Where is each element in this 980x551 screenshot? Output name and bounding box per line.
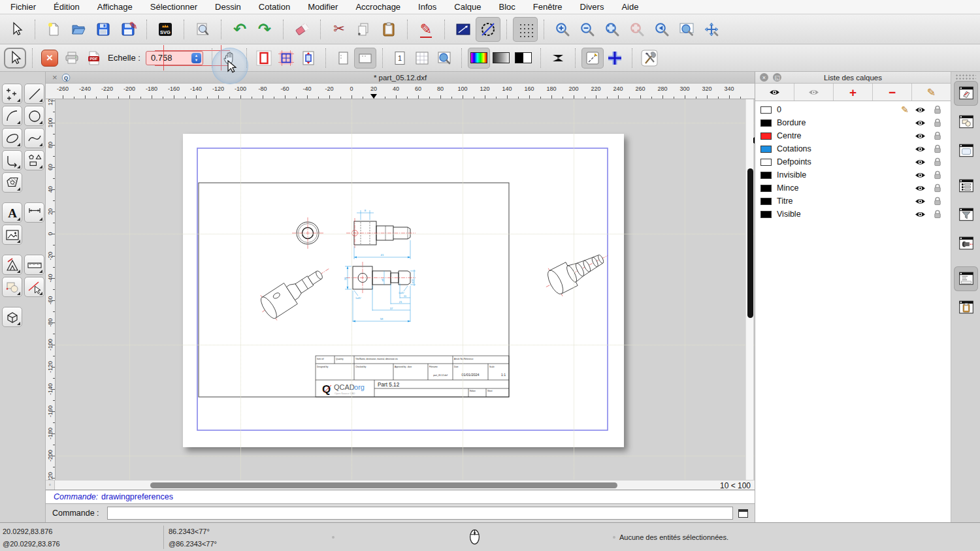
zoom-to-page-button[interactable] <box>433 48 455 69</box>
line-tool-button[interactable] <box>24 84 44 104</box>
open-drawing-button[interactable] <box>66 17 91 42</box>
draw-pencil-button[interactable]: ✎ <box>414 17 438 42</box>
layer-lock-icon[interactable] <box>934 210 941 219</box>
menu-fichier[interactable]: Fichier <box>10 2 36 12</box>
panel-close-icon[interactable]: × <box>760 73 768 82</box>
panel-detach-icon[interactable]: ◱ <box>773 73 781 82</box>
save-as-button[interactable]: ✎ <box>116 17 140 42</box>
arc-tool-button[interactable] <box>2 106 22 126</box>
menu-infos[interactable]: Infos <box>418 2 436 12</box>
layer-lock-icon[interactable] <box>934 105 941 114</box>
stepper-down-icon[interactable]: ▼ <box>195 58 198 62</box>
add-layer-button[interactable]: + <box>834 84 873 101</box>
pdf-export-button[interactable]: PDF <box>83 48 105 69</box>
paper-border-button[interactable] <box>253 48 275 69</box>
zoom-out-button[interactable] <box>575 17 600 42</box>
circle-tool-button[interactable] <box>24 106 44 126</box>
layer-visibility-icon[interactable] <box>915 210 926 219</box>
vertical-scrollbar[interactable] <box>745 99 753 480</box>
cut-button[interactable]: ✂ <box>327 17 351 42</box>
page-layout-button[interactable] <box>275 48 297 69</box>
selection-tool-button[interactable] <box>4 48 26 69</box>
text-tool-button[interactable]: A <box>2 202 22 223</box>
menu-selectionner[interactable]: Sélectionner <box>150 2 197 12</box>
save-button[interactable] <box>91 17 116 42</box>
draft-mode-button[interactable] <box>581 48 604 69</box>
grayscale-mode-button[interactable] <box>490 48 512 69</box>
layer-lock-icon[interactable] <box>934 157 941 166</box>
multi-page-button[interactable] <box>411 48 433 69</box>
zoom-window-button[interactable] <box>674 17 699 42</box>
selection-filter-panel-button[interactable] <box>954 202 978 227</box>
command-input[interactable] <box>107 507 733 520</box>
layer-visibility-icon[interactable] <box>915 158 926 166</box>
layer-row-titre[interactable]: Titre <box>755 195 951 208</box>
point-tool-button[interactable] <box>2 84 22 104</box>
layer-row-defpoints[interactable]: Defpoints <box>755 155 951 168</box>
layer-lock-icon[interactable] <box>934 170 941 180</box>
ellipse-tool-button[interactable] <box>2 128 22 148</box>
undo-button[interactable]: ↶ <box>227 17 252 42</box>
menu-divers[interactable]: Divers <box>580 2 604 12</box>
dock-grip[interactable] <box>955 74 976 80</box>
clipboard-panel-button[interactable] <box>954 295 978 320</box>
fit-to-page-button[interactable] <box>297 48 319 69</box>
hatch-tool-button[interactable] <box>2 172 22 193</box>
layer-row-0[interactable]: 0✎ <box>755 103 951 116</box>
redo-button[interactable]: ↷ <box>252 17 277 42</box>
print-button[interactable] <box>61 48 83 69</box>
menu-bloc[interactable]: Bloc <box>498 2 515 12</box>
draft-tools-button[interactable] <box>2 255 22 275</box>
vertical-scrollbar-thumb[interactable] <box>747 168 753 318</box>
remove-layer-button[interactable]: − <box>873 84 912 101</box>
layer-visibility-icon[interactable] <box>915 106 926 114</box>
portrait-orientation-button[interactable] <box>332 48 354 69</box>
viewport-panel-button[interactable] <box>954 231 978 256</box>
landscape-orientation-button[interactable] <box>354 48 376 69</box>
copy-button[interactable] <box>351 17 376 42</box>
document-tab-title[interactable]: * part_05.12.dxf <box>46 74 755 82</box>
pan-button[interactable] <box>699 17 724 42</box>
drawing-canvas[interactable]: 120100806040200-20-40-60-80-100-120-140-… <box>46 99 755 480</box>
solid-tools-button[interactable] <box>2 307 22 327</box>
layer-visibility-icon[interactable] <box>915 197 926 206</box>
close-drawing-button[interactable]: × <box>39 48 61 69</box>
menu-edition[interactable]: Édition <box>54 2 80 12</box>
line-segment-button[interactable] <box>451 17 476 42</box>
measure-tools-button[interactable] <box>24 255 44 275</box>
blackwhite-mode-button[interactable] <box>512 48 534 69</box>
menu-affichage[interactable]: Affichage <box>97 2 133 12</box>
layer-row-visible[interactable]: Visible <box>755 208 951 221</box>
dimension-tools-button[interactable] <box>24 202 44 223</box>
command-detach-icon[interactable] <box>738 509 748 518</box>
zoom-selection-button[interactable] <box>625 17 649 42</box>
layer-visibility-icon[interactable] <box>915 119 926 127</box>
menu-cotation[interactable]: Cotation <box>259 2 290 12</box>
layer-visibility-icon[interactable] <box>915 184 926 193</box>
layer-visibility-icon[interactable] <box>915 132 926 140</box>
layer-row-centre[interactable]: Centre <box>755 129 951 142</box>
layer-lock-icon[interactable] <box>934 183 941 193</box>
previous-view-button[interactable] <box>649 17 674 42</box>
horizontal-scrollbar-thumb[interactable] <box>150 482 617 488</box>
menu-aide[interactable]: Aide <box>621 2 638 12</box>
shape-tools-button[interactable] <box>24 150 44 170</box>
image-tool-button[interactable] <box>2 225 22 245</box>
paper-sheet[interactable]: 8 41 <box>183 134 624 447</box>
scale-input-box[interactable]: ▲▼ <box>146 51 203 65</box>
modify-tools-button[interactable] <box>24 277 44 297</box>
layer-list-panel-button[interactable] <box>954 81 978 106</box>
layer-row-mince[interactable]: Mince <box>755 181 951 195</box>
grid-toggle-button[interactable] <box>513 17 538 42</box>
layer-lock-icon[interactable] <box>934 144 941 153</box>
print-preview-button[interactable] <box>190 17 215 42</box>
layer-lock-icon[interactable] <box>934 118 941 127</box>
show-all-layers-button[interactable] <box>755 84 794 101</box>
crosshair-button[interactable] <box>604 48 626 69</box>
scale-stepper[interactable]: ▲▼ <box>191 53 201 63</box>
layer-visibility-icon[interactable] <box>915 145 926 153</box>
horizontal-scrollbar[interactable]: ▫ 10 < 100 <box>46 480 755 490</box>
new-drawing-button[interactable] <box>41 17 66 42</box>
layer-row-bordure[interactable]: Bordure <box>755 116 951 129</box>
menu-calque[interactable]: Calque <box>454 2 481 12</box>
